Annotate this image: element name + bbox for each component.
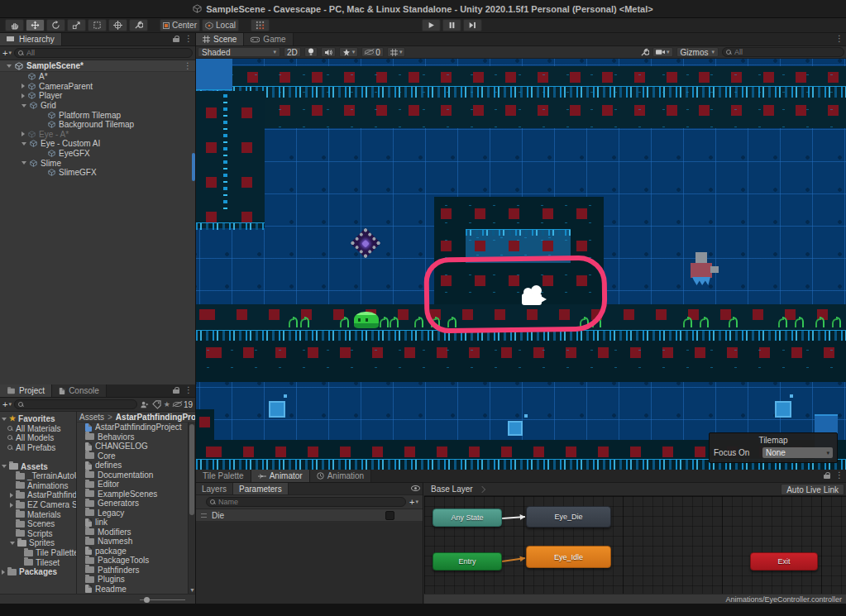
transform-tool-button[interactable] xyxy=(108,19,127,31)
file-list-scrollbar[interactable]: ▼ xyxy=(188,423,195,594)
file-item-core[interactable]: Core xyxy=(77,451,195,461)
hierarchy-item-grid[interactable]: Grid xyxy=(0,101,195,111)
file-item-behaviors[interactable]: Behaviors xyxy=(77,432,195,442)
foldout-arrow-icon[interactable] xyxy=(2,465,7,468)
eye-icon[interactable] xyxy=(411,485,420,491)
file-item-examplescenes[interactable]: ExampleScenes xyxy=(77,489,195,499)
parameter-search[interactable] xyxy=(206,497,406,507)
lock-icon[interactable] xyxy=(173,38,179,43)
breadcrumb-root[interactable]: Assets xyxy=(79,413,104,422)
project-tree-item-materials[interactable]: Materials xyxy=(0,509,76,519)
project-tree-item-tileset[interactable]: Tileset xyxy=(0,557,76,567)
panel-menu-icon[interactable]: ⋮ xyxy=(184,35,193,43)
file-item-package[interactable]: package xyxy=(77,547,195,556)
scene-menu-icon[interactable]: ⋮ xyxy=(184,62,192,70)
project-tree-item-terrainautoup[interactable]: _TerrainAutoUp xyxy=(0,471,76,481)
parameter-search-input[interactable] xyxy=(218,498,402,506)
project-tree-item-tile-pallette[interactable]: Tile Pallette xyxy=(0,548,76,558)
panel-menu-icon[interactable]: ⋮ xyxy=(835,471,844,480)
project-search-input[interactable] xyxy=(26,400,133,408)
project-tree-item-scenes[interactable]: Scenes xyxy=(0,519,76,529)
state-node-any-state[interactable]: Any State xyxy=(433,509,502,527)
project-tree-item-all-models[interactable]: All Models xyxy=(0,433,76,443)
slider-knob[interactable] xyxy=(144,597,150,603)
favorites-filter-icon[interactable]: ★ xyxy=(164,401,170,408)
lighting-toggle-button[interactable] xyxy=(304,47,318,57)
space-mode-button[interactable]: Local xyxy=(202,19,239,31)
camera-settings-dropdown[interactable]: ▾ xyxy=(652,47,673,57)
project-search[interactable] xyxy=(14,399,137,409)
file-item-packagetools[interactable]: PackageTools xyxy=(77,556,195,566)
project-tree-item-favorites[interactable]: ★Favorites xyxy=(0,414,76,424)
scroll-down-arrow-icon[interactable]: ▼ xyxy=(189,587,195,593)
grid-visibility-dropdown[interactable]: ▾ xyxy=(387,47,406,57)
component-tools-icon[interactable] xyxy=(640,48,649,57)
shading-mode-dropdown[interactable]: Shaded▾ xyxy=(198,47,280,57)
tab-animation[interactable]: Animation xyxy=(310,470,371,482)
drag-handle-icon[interactable] xyxy=(201,513,207,518)
scene-canvas[interactable]: Tilemap Focus On None ▾ xyxy=(196,59,846,470)
file-item-documentation[interactable]: Documentation xyxy=(77,470,195,480)
foldout-arrow-icon[interactable] xyxy=(22,161,26,165)
state-node-eye-die[interactable]: Eye_Die xyxy=(526,506,611,528)
project-tree-item-astarpathfindin[interactable]: AstarPathfindin xyxy=(0,490,76,500)
focus-on-dropdown[interactable]: None ▾ xyxy=(762,447,833,458)
scene-search-input[interactable] xyxy=(734,48,840,56)
foldout-arrow-icon[interactable] xyxy=(7,64,12,68)
play-button[interactable] xyxy=(421,19,440,31)
gizmos-dropdown[interactable]: Gizmos▾ xyxy=(676,47,719,57)
step-button[interactable] xyxy=(462,19,481,31)
foldout-arrow-icon[interactable] xyxy=(22,131,25,136)
file-item-legacy[interactable]: Legacy xyxy=(77,509,195,518)
parameter-checkbox[interactable] xyxy=(385,511,394,520)
file-item-link[interactable]: link xyxy=(77,518,195,528)
camera-gizmo-icon[interactable] xyxy=(522,284,552,308)
foldout-arrow-icon[interactable] xyxy=(10,493,13,498)
file-item-modifiers[interactable]: Modifiers xyxy=(77,528,195,537)
rect-tool-button[interactable] xyxy=(88,19,107,31)
breadcrumb-current[interactable]: AstarPathfindingProject xyxy=(116,413,195,422)
hierarchy-item-eye-custom-ai[interactable]: Eye - Custom AI xyxy=(0,139,195,149)
file-item-plugins[interactable]: Plugins xyxy=(77,575,195,585)
label-icon[interactable] xyxy=(152,400,161,409)
project-tree-item-ez-camera-sha[interactable]: EZ Camera Sha xyxy=(0,500,76,510)
collab-icon[interactable] xyxy=(140,400,150,409)
project-tree-item-all-prefabs[interactable]: All Prefabs xyxy=(0,443,76,453)
foldout-arrow-icon[interactable] xyxy=(22,142,26,146)
project-tree-item-animations[interactable]: Animations xyxy=(0,481,76,491)
foldout-arrow-icon[interactable] xyxy=(22,84,25,88)
tab-console[interactable]: Console xyxy=(52,384,107,397)
auto-live-link-button[interactable]: Auto Live Link xyxy=(781,484,844,495)
foldout-arrow-icon[interactable] xyxy=(22,93,25,98)
hierarchy-item-platform-tilemap[interactable]: Platform Tilemap xyxy=(0,110,195,120)
add-parameter-button[interactable]: +▾ xyxy=(409,497,418,507)
file-item-defines[interactable]: defines xyxy=(77,461,195,470)
pause-button[interactable] xyxy=(442,19,461,31)
hierarchy-item-eye-a[interactable]: Eye - A* xyxy=(0,130,195,140)
tab-scene[interactable]: Scene xyxy=(196,33,244,45)
audio-toggle-button[interactable] xyxy=(321,47,336,57)
graph-breadcrumb[interactable]: Base Layer xyxy=(431,485,473,494)
foldout-arrow-icon[interactable] xyxy=(2,418,7,421)
2d-toggle-button[interactable]: 2D xyxy=(284,47,301,57)
hierarchy-search-input[interactable] xyxy=(26,49,189,57)
lock-icon[interactable] xyxy=(824,475,830,480)
scrollbar-thumb[interactable] xyxy=(189,424,194,515)
scene-visibility-button[interactable]: 0 xyxy=(361,47,384,57)
hidden-count-button[interactable]: 19 xyxy=(173,400,193,409)
file-item-generators[interactable]: Generators xyxy=(77,499,195,509)
panel-menu-icon[interactable]: ⋮ xyxy=(184,386,193,394)
foldout-arrow-icon[interactable] xyxy=(10,503,13,508)
scale-tool-button[interactable] xyxy=(67,19,86,31)
hierarchy-item-cameraparent[interactable]: CameraParent xyxy=(0,82,195,92)
flying-eye-sprite[interactable] xyxy=(687,252,720,292)
file-item-navmesh[interactable]: Navmesh xyxy=(77,537,195,547)
state-node-exit[interactable]: Exit xyxy=(750,552,818,571)
state-node-eye-idle[interactable]: Eye_Idle xyxy=(526,546,611,568)
file-item-astarpathfindingproject[interactable]: AstarPathfindingProject xyxy=(77,423,195,432)
project-tree-item-sprites[interactable]: Sprites xyxy=(0,538,76,548)
project-tree-item-all-materials[interactable]: All Materials xyxy=(0,424,76,434)
foldout-arrow-icon[interactable] xyxy=(22,104,26,107)
hierarchy-item-eyegfx[interactable]: EyeGFX xyxy=(0,149,195,159)
hierarchy-search[interactable] xyxy=(14,48,193,58)
